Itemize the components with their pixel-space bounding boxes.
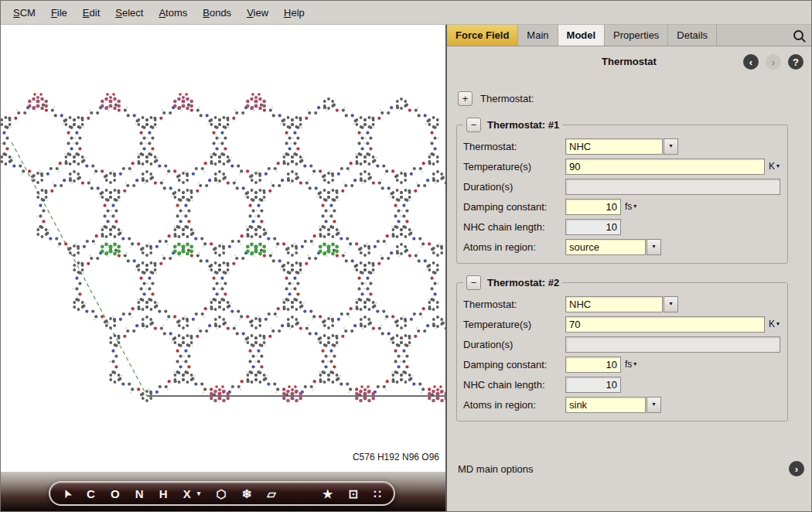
thermostat-2-title: Thermostat: #2: [487, 277, 559, 288]
thermostat-1-temperature-input[interactable]: [565, 159, 765, 175]
thermostat-2-chain-length-label: NHC chain length:: [463, 379, 565, 391]
ring-tool-icon[interactable]: ⬡: [216, 488, 226, 500]
thermostat-1-region-label: Atoms in region:: [463, 241, 565, 253]
menu-atoms[interactable]: Atoms: [151, 3, 195, 22]
oxygen-tool[interactable]: O: [111, 488, 120, 500]
thermostat-1-temperature-unit-dropdown[interactable]: K ▾: [769, 161, 780, 172]
chevron-down-icon: ▾: [652, 244, 655, 250]
panel-nav: ‹ › ?: [743, 54, 803, 70]
md-main-options-button[interactable]: ›: [789, 461, 804, 476]
cell-tool-icon[interactable]: ⊡: [349, 488, 359, 500]
tab-details[interactable]: Details: [668, 25, 717, 46]
thermostat-2-chain-length-input[interactable]: [565, 377, 621, 393]
thermostat-2-temperature-input[interactable]: [565, 316, 765, 333]
molecule-canvas[interactable]: [1, 25, 445, 472]
settings-panel: Force Field Main Model Properties Detail…: [447, 25, 811, 512]
thermostat-2-duration-label: Duration(s): [463, 339, 565, 350]
thermostat-1-chain-length-input[interactable]: [565, 219, 621, 235]
ams-input-window: SCM File Edit Select Atoms Bonds View He…: [0, 0, 812, 512]
chevron-down-icon: ▾: [669, 143, 672, 149]
fragments-tool-icon[interactable]: ∷: [374, 488, 381, 500]
panel-tabbar: Force Field Main Model Properties Detail…: [447, 25, 811, 46]
carbon-tool[interactable]: C: [87, 488, 95, 500]
thermostat-2-type-label: Thermostat:: [463, 299, 565, 310]
thermostat-1-legend: − Thermostat: #1: [463, 118, 562, 132]
menu-view[interactable]: View: [239, 3, 276, 22]
thermostat-1-type-select[interactable]: NHC ▾: [565, 138, 678, 155]
thermostat-group-2: − Thermostat: #2 Thermostat: NHC ▾ Tempe…: [456, 282, 788, 422]
element-dropdown-icon[interactable]: ▾: [197, 490, 201, 497]
thermostat-2-type-dropdown-button[interactable]: ▾: [664, 296, 678, 312]
thermostat-1-duration-label: Duration(s): [463, 181, 565, 193]
thermostat-2-type-select[interactable]: NHC ▾: [565, 296, 678, 312]
add-thermostat-row: + Thermostat:: [458, 91, 811, 106]
atom-toolbar: ➤ C O N H X ▾ ⬡ ❄ ▱ ★ ⊡ ∷: [49, 481, 395, 506]
thermostat-group-1: − Thermostat: #1 Thermostat: NHC ▾ Tempe…: [456, 125, 788, 264]
chevron-down-icon: ▾: [652, 401, 655, 408]
chevron-down-icon: ▾: [776, 321, 780, 327]
menu-edit[interactable]: Edit: [75, 3, 107, 22]
search-icon[interactable]: [793, 25, 803, 46]
molecule-viewer: C576 H192 N96 O96 ➤ C O N H X ▾ ⬡ ❄ ▱ ★ …: [1, 25, 447, 512]
thermostat-1-chain-length-label: NHC chain length:: [463, 221, 565, 233]
nitrogen-tool[interactable]: N: [135, 488, 144, 500]
thermostat-1-damping-unit-dropdown[interactable]: fs ▾: [625, 201, 636, 212]
tab-force-field[interactable]: Force Field: [447, 25, 518, 46]
thermostat-2-temperature-label: Temperature(s): [463, 319, 565, 330]
thermostat-2-region-select[interactable]: sink ▾: [565, 397, 661, 413]
tab-main[interactable]: Main: [518, 25, 558, 46]
thermostat-1-region-dropdown-button[interactable]: ▾: [647, 239, 661, 255]
plane-tool-icon[interactable]: ▱: [267, 488, 276, 500]
thermostat-1-region-value[interactable]: source: [565, 239, 646, 255]
panel-title-row: Thermostat ‹ › ?: [447, 56, 811, 73]
chevron-down-icon: ▾: [669, 301, 672, 307]
thermostat-2-damping-input[interactable]: [565, 357, 621, 373]
chevron-down-icon: ▾: [776, 163, 780, 169]
menu-bonds[interactable]: Bonds: [195, 3, 239, 22]
thermostat-2-temperature-unit-dropdown[interactable]: K ▾: [769, 319, 780, 329]
thermostat-2-region-dropdown-button[interactable]: ▾: [647, 397, 661, 413]
tab-model[interactable]: Model: [558, 25, 606, 46]
thermostat-2-type-value[interactable]: NHC: [565, 296, 663, 312]
hydrogen-tool[interactable]: H: [159, 488, 168, 500]
thermostat-1-duration-input[interactable]: [565, 179, 780, 195]
thermostat-1-temperature-label: Temperature(s): [463, 161, 565, 172]
chevron-down-icon: ▾: [633, 361, 636, 367]
thermostat-1-type-value[interactable]: NHC: [565, 138, 663, 155]
thermostat-2-duration-input[interactable]: [565, 336, 780, 353]
element-x-tool[interactable]: X: [183, 488, 191, 500]
thermostat-1-title: Thermostat: #1: [487, 119, 559, 131]
thermostat-2-region-value[interactable]: sink: [565, 397, 646, 413]
add-thermostat-button[interactable]: +: [458, 91, 473, 106]
menu-bar: SCM File Edit Select Atoms Bonds View He…: [1, 1, 811, 25]
magnifier-glyph: [793, 30, 803, 40]
collapse-thermostat-2-button[interactable]: −: [466, 275, 481, 290]
add-thermostat-label: Thermostat:: [480, 93, 534, 104]
menu-select[interactable]: Select: [107, 3, 151, 22]
forward-button[interactable]: ›: [766, 54, 781, 70]
pointer-tool-icon[interactable]: ➤: [60, 487, 73, 499]
thermostat-2-damping-unit-dropdown[interactable]: fs ▾: [625, 359, 636, 370]
thermostat-1-damping-input[interactable]: [565, 199, 621, 215]
chevron-down-icon: ▾: [633, 203, 636, 210]
menu-file[interactable]: File: [43, 3, 75, 22]
thermostat-2-damping-label: Damping constant:: [463, 359, 565, 370]
help-button[interactable]: ?: [788, 54, 803, 70]
menu-scm[interactable]: SCM: [5, 3, 43, 22]
md-main-options-label: MD main options: [458, 463, 534, 475]
star-tool-icon[interactable]: ★: [322, 488, 333, 500]
thermostat-2-legend: − Thermostat: #2: [463, 275, 562, 290]
tab-properties[interactable]: Properties: [605, 25, 668, 46]
optimize-tool-icon[interactable]: ❄: [242, 488, 252, 500]
damping-unit-label: fs: [625, 359, 632, 370]
temperature-unit-label: K: [769, 319, 775, 329]
thermostat-1-type-dropdown-button[interactable]: ▾: [664, 138, 678, 155]
back-button[interactable]: ‹: [743, 54, 759, 70]
menu-help[interactable]: Help: [276, 3, 312, 22]
temperature-unit-label: K: [769, 161, 775, 172]
collapse-thermostat-1-button[interactable]: −: [466, 118, 481, 132]
damping-unit-label: fs: [625, 201, 632, 212]
thermostat-1-damping-label: Damping constant:: [463, 201, 565, 213]
thermostat-1-region-select[interactable]: source ▾: [565, 239, 661, 255]
md-main-options-row: MD main options ›: [458, 461, 804, 476]
